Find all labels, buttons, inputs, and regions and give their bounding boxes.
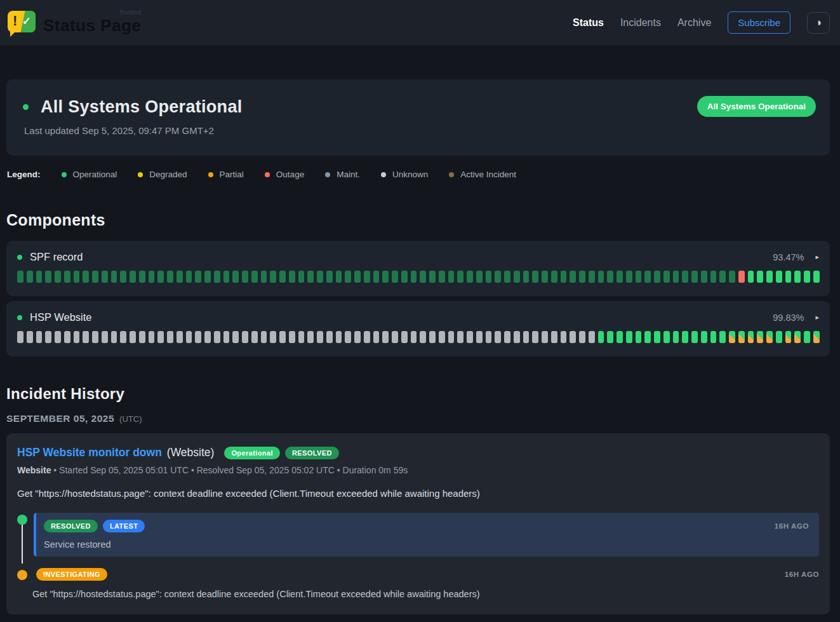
uptime-bar-nodata[interactable] — [223, 331, 230, 343]
uptime-bar-ok-dim[interactable] — [251, 271, 258, 283]
uptime-bar-ok-dim[interactable] — [589, 271, 595, 283]
uptime-bar-ok-partial[interactable] — [785, 331, 792, 343]
uptime-bar-ok-dim[interactable] — [532, 271, 538, 283]
expand-arrow-icon[interactable]: ▸ — [815, 253, 819, 261]
uptime-bar-nodata[interactable] — [232, 331, 239, 343]
uptime-bar-nodata[interactable] — [532, 331, 538, 343]
uptime-bar-nodata[interactable] — [92, 331, 98, 343]
brand[interactable]: ! ✓ Status Page hosted — [8, 10, 141, 36]
uptime-bar-ok-dim[interactable] — [392, 271, 398, 283]
uptime-bar-ok-dim[interactable] — [92, 271, 98, 283]
uptime-bar-nodata[interactable] — [561, 331, 567, 343]
uptime-bar-nodata[interactable] — [289, 331, 295, 343]
uptime-bar-ok-dim[interactable] — [636, 271, 642, 283]
uptime-bar-nodata[interactable] — [551, 331, 557, 343]
uptime-bar-nodata[interactable] — [120, 331, 126, 343]
uptime-bar-ok-dim[interactable] — [504, 271, 510, 283]
uptime-bar-ok-dim[interactable] — [242, 271, 248, 283]
uptime-bar-ok-dim[interactable] — [579, 271, 585, 283]
uptime-bar-ok-dim[interactable] — [177, 271, 183, 283]
uptime-bar-nodata[interactable] — [17, 331, 23, 343]
uptime-bar-ok-dim[interactable] — [149, 271, 155, 283]
uptime-bar-nodata[interactable] — [64, 331, 70, 343]
uptime-bar-nodata[interactable] — [102, 331, 108, 343]
uptime-bar-ok-dim[interactable] — [167, 271, 173, 283]
uptime-bar-ok-partial[interactable] — [766, 331, 773, 343]
uptime-bar-nodata[interactable] — [495, 331, 501, 343]
uptime-bar-ok[interactable] — [682, 331, 688, 343]
uptime-bar-nodata[interactable] — [167, 331, 173, 343]
uptime-bar-nodata[interactable] — [157, 331, 164, 343]
uptime-bar-ok-dim[interactable] — [83, 271, 89, 283]
nav-incidents[interactable]: Incidents — [620, 17, 661, 29]
uptime-bar-ok[interactable] — [766, 271, 773, 283]
uptime-bar-nodata[interactable] — [336, 331, 342, 343]
uptime-bar-ok[interactable] — [636, 331, 642, 343]
uptime-bar-nodata[interactable] — [242, 331, 248, 343]
uptime-bar-ok-dim[interactable] — [691, 271, 698, 283]
uptime-bar-nodata[interactable] — [204, 331, 211, 343]
uptime-bar-nodata[interactable] — [139, 331, 145, 343]
uptime-bar-ok[interactable] — [710, 331, 717, 343]
uptime-bar-nodata[interactable] — [467, 331, 473, 343]
uptime-bar-nodata[interactable] — [476, 331, 483, 343]
uptime-bar-ok[interactable] — [794, 271, 801, 283]
uptime-bar-ok-partial[interactable] — [813, 331, 820, 343]
uptime-bar-ok-dim[interactable] — [36, 271, 43, 283]
uptime-bar-ok[interactable] — [607, 331, 613, 343]
uptime-bar-ok-dim[interactable] — [27, 271, 33, 283]
uptime-bar-nodata[interactable] — [589, 331, 595, 343]
uptime-bar-nodata[interactable] — [514, 331, 520, 343]
uptime-bar-nodata[interactable] — [270, 331, 276, 343]
uptime-bar-nodata[interactable] — [457, 331, 463, 343]
uptime-bar-ok-dim[interactable] — [561, 271, 567, 283]
uptime-bar-ok-dim[interactable] — [270, 271, 276, 283]
uptime-bar-ok-dim[interactable] — [701, 271, 707, 283]
uptime-bar-ok-partial[interactable] — [729, 331, 735, 343]
uptime-bar-ok-dim[interactable] — [673, 271, 679, 283]
uptime-bar-nodata[interactable] — [195, 331, 201, 343]
uptime-bar-ok-partial[interactable] — [757, 331, 763, 343]
theme-toggle-button[interactable]: ◑ — [807, 12, 830, 34]
uptime-bar-ok-dim[interactable] — [682, 271, 688, 283]
uptime-bar-nodata[interactable] — [279, 331, 286, 343]
uptime-bar-ok-dim[interactable] — [157, 271, 164, 283]
uptime-bar-ok-dim[interactable] — [429, 271, 436, 283]
uptime-bar-ok-dim[interactable] — [617, 271, 623, 283]
uptime-bar-ok-dim[interactable] — [139, 271, 145, 283]
uptime-bar-ok-dim[interactable] — [467, 271, 473, 283]
uptime-bar-nodata[interactable] — [364, 331, 370, 343]
uptime-bar-ok-dim[interactable] — [514, 271, 520, 283]
uptime-bar-ok-dim[interactable] — [55, 271, 61, 283]
uptime-bar-ok[interactable] — [776, 271, 782, 283]
uptime-bar-nodata[interactable] — [27, 331, 33, 343]
uptime-bar-ok-dim[interactable] — [570, 271, 576, 283]
uptime-bar-nodata[interactable] — [504, 331, 510, 343]
uptime-bar-nodata[interactable] — [111, 331, 117, 343]
uptime-bar-ok-dim[interactable] — [411, 271, 417, 283]
uptime-bar-ok[interactable] — [644, 331, 651, 343]
uptime-bar-ok[interactable] — [691, 331, 698, 343]
uptime-bar-ok-dim[interactable] — [64, 271, 70, 283]
uptime-bar-ok-dim[interactable] — [382, 271, 389, 283]
uptime-bar-ok-dim[interactable] — [401, 271, 408, 283]
uptime-bar-nodata[interactable] — [401, 331, 408, 343]
uptime-bar-ok-dim[interactable] — [289, 271, 295, 283]
uptime-bar-outage[interactable] — [738, 271, 745, 283]
uptime-bar-ok[interactable] — [626, 331, 632, 343]
uptime-bar-nodata[interactable] — [307, 331, 314, 343]
uptime-bar-nodata[interactable] — [149, 331, 155, 343]
uptime-bar-ok-dim[interactable] — [626, 271, 632, 283]
uptime-bar-nodata[interactable] — [326, 331, 333, 343]
uptime-bar-nodata[interactable] — [542, 331, 548, 343]
uptime-bar-nodata[interactable] — [45, 331, 51, 343]
uptime-bar-ok-partial[interactable] — [748, 331, 754, 343]
uptime-bar-nodata[interactable] — [420, 331, 426, 343]
uptime-bar-ok-dim[interactable] — [345, 271, 351, 283]
uptime-bar-ok[interactable] — [748, 271, 754, 283]
uptime-bar-ok[interactable] — [654, 331, 660, 343]
uptime-bar-nodata[interactable] — [392, 331, 398, 343]
uptime-bar-ok-dim[interactable] — [74, 271, 80, 283]
uptime-bar-ok-partial[interactable] — [794, 331, 801, 343]
uptime-bar-ok-dim[interactable] — [719, 271, 726, 283]
